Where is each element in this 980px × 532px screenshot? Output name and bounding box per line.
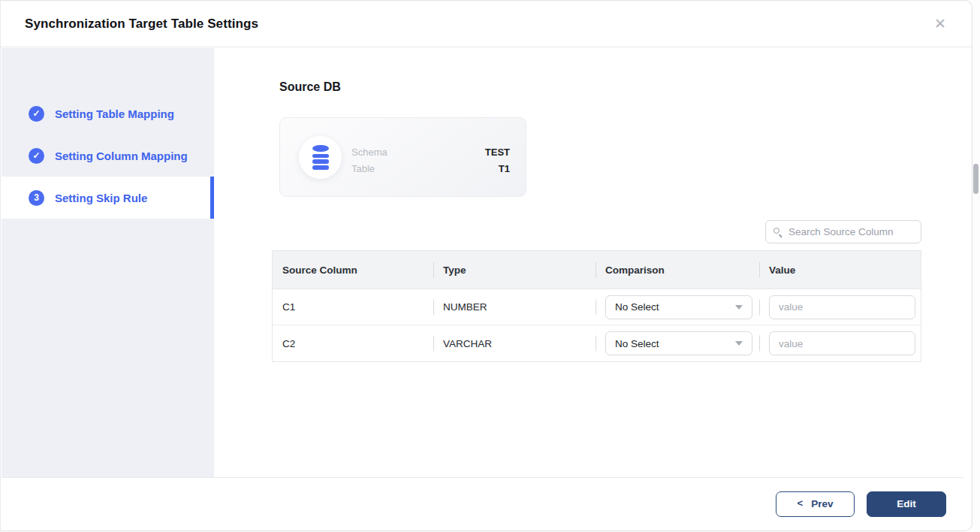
scrollbar-thumb[interactable] <box>973 164 978 194</box>
close-icon[interactable]: ✕ <box>931 14 949 34</box>
step-setting-column-mapping[interactable]: ✓ Setting Column Mapping <box>2 135 214 177</box>
cell-value <box>759 289 921 325</box>
comparison-selected-value: No Select <box>615 301 659 313</box>
header-value: Value <box>759 251 921 289</box>
schema-value: TEST <box>485 147 510 158</box>
header-source-column: Source Column <box>273 251 433 289</box>
screen: Synchronization Target Table Settings ✕ … <box>0 0 980 532</box>
check-icon: ✓ <box>29 106 44 122</box>
header-comparison: Comparison <box>596 251 759 289</box>
header-type: Type <box>433 251 596 289</box>
comparison-select[interactable]: No Select <box>605 295 752 319</box>
search-source-column-box <box>765 220 921 243</box>
cell-source-column: C2 <box>273 325 433 361</box>
cell-type: NUMBER <box>433 289 596 325</box>
source-db-details: Schema TEST Table T1 <box>351 144 510 177</box>
step-label: Setting Table Mapping <box>55 107 174 120</box>
step-setting-table-mapping[interactable]: ✓ Setting Table Mapping <box>2 92 214 135</box>
comparison-select[interactable]: No Select <box>605 331 752 355</box>
step-setting-skip-rule[interactable]: 3 Setting Skip Rule <box>2 177 214 219</box>
value-input[interactable] <box>769 331 915 355</box>
edit-button[interactable]: Edit <box>867 491 946 517</box>
step-label: Setting Column Mapping <box>55 150 188 162</box>
source-db-heading: Source DB <box>279 80 341 94</box>
database-icon <box>312 145 329 169</box>
prev-button[interactable]: < Prev <box>776 491 855 517</box>
step-number-badge: 3 <box>29 190 44 206</box>
comparison-selected-value: No Select <box>615 338 659 349</box>
table-row: C2 VARCHAR No Select <box>273 325 921 361</box>
check-icon: ✓ <box>29 148 44 164</box>
modal-header: Synchronization Target Table Settings ✕ <box>1 1 972 47</box>
value-input[interactable] <box>769 295 915 319</box>
cell-comparison: No Select <box>596 289 759 325</box>
table-label: Table <box>351 163 375 174</box>
sync-settings-modal: Synchronization Target Table Settings ✕ … <box>0 0 972 531</box>
table-row: Table T1 <box>351 160 510 177</box>
table-row: C1 NUMBER No Select <box>273 289 921 325</box>
edit-button-label: Edit <box>897 498 916 509</box>
modal-title: Synchronization Target Table Settings <box>25 17 258 32</box>
prev-button-label: Prev <box>811 498 833 509</box>
cell-comparison: No Select <box>596 325 759 361</box>
step-label: Setting Skip Rule <box>55 192 147 204</box>
skip-rule-table: Source Column Type Comparison Value C1 N… <box>272 250 921 362</box>
search-icon <box>773 228 782 236</box>
chevron-down-icon <box>735 341 743 346</box>
modal-footer: < Prev Edit <box>2 477 963 530</box>
page-scrollbar[interactable] <box>972 0 980 532</box>
search-input[interactable] <box>789 226 913 237</box>
table-header-row: Source Column Type Comparison Value <box>273 251 921 289</box>
schema-label: Schema <box>351 147 387 158</box>
cell-source-column: C1 <box>273 289 433 325</box>
chevron-left-icon: < <box>798 497 804 509</box>
cell-value <box>759 325 921 361</box>
cell-type: VARCHAR <box>433 325 596 361</box>
chevron-down-icon <box>735 305 743 310</box>
schema-row: Schema TEST <box>351 144 510 160</box>
database-icon-circle <box>299 136 342 179</box>
main-content: Source DB Schema TEST <box>215 48 963 476</box>
steps-sidebar: ✓ Setting Table Mapping ✓ Setting Column… <box>2 48 214 478</box>
table-value: T1 <box>499 163 510 174</box>
source-db-card: Schema TEST Table T1 <box>279 117 526 197</box>
